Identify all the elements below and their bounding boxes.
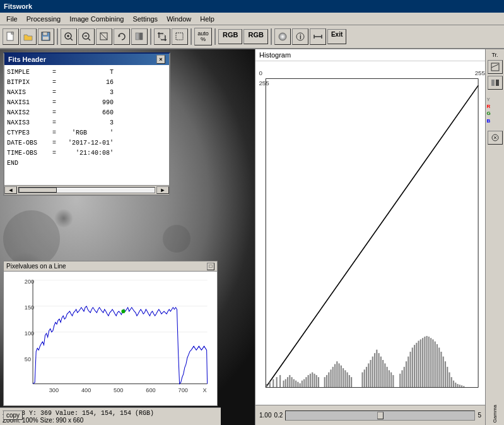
svg-rect-114	[406, 361, 407, 387]
histogram-controls: 1.00 0.2 5	[255, 405, 485, 425]
fits-row-naxis2: NAXIS2=660	[7, 108, 167, 118]
svg-rect-125	[428, 337, 430, 387]
svg-rect-89	[341, 366, 342, 388]
svg-text:600: 600	[146, 387, 155, 393]
right-tools-panel: Tr. Y R G B Gamma	[485, 49, 504, 425]
copy-button[interactable]: copy	[3, 410, 23, 420]
info-btn[interactable]: i	[292, 28, 308, 45]
pixel-maximize-btn[interactable]: □	[207, 263, 214, 270]
svg-rect-107	[387, 367, 388, 388]
svg-rect-101	[374, 353, 375, 387]
svg-rect-92	[347, 373, 348, 388]
menu-settings[interactable]: Settings	[129, 15, 161, 23]
svg-rect-139	[457, 384, 458, 387]
flip-btn[interactable]	[131, 28, 148, 45]
h-scrollbar-thumb[interactable]	[19, 188, 57, 193]
svg-rect-135	[448, 373, 450, 388]
svg-rect-81	[324, 377, 325, 387]
svg-line-13	[100, 33, 107, 40]
svg-rect-123	[424, 337, 425, 387]
svg-rect-21	[160, 35, 165, 39]
crop-btn[interactable]	[154, 28, 170, 45]
rgb-y-label: Y	[487, 96, 490, 103]
svg-point-56	[121, 309, 125, 313]
rotate-btn[interactable]	[114, 28, 130, 45]
histogram-bars	[266, 336, 464, 387]
fits-header-label: Fits Header	[8, 56, 46, 63]
svg-rect-136	[451, 377, 452, 387]
gamma-slider[interactable]	[285, 410, 475, 421]
svg-rect-87	[336, 361, 337, 387]
measure-btn[interactable]	[310, 28, 326, 45]
svg-rect-138	[455, 383, 456, 388]
rgb-btn-2[interactable]: RGB	[243, 29, 267, 44]
svg-line-10	[88, 39, 90, 40]
menu-bar: File Processing Image Combining Settings…	[0, 13, 504, 25]
svg-rect-1	[11, 32, 13, 34]
svg-rect-110	[392, 375, 394, 388]
menu-processing[interactable]: Processing	[23, 15, 64, 23]
tool-btn-1[interactable]	[488, 60, 503, 74]
fits-close-button[interactable]: ×	[156, 55, 165, 64]
svg-rect-111	[399, 374, 401, 388]
exit-btn[interactable]: Exit	[327, 29, 346, 44]
svg-rect-82	[326, 375, 327, 388]
svg-rect-113	[404, 367, 405, 388]
svg-point-23	[279, 33, 286, 40]
separator-4	[214, 28, 216, 45]
scroll-right-btn[interactable]: ►	[156, 186, 169, 194]
auto-stretch-btn[interactable]: auto %	[194, 28, 212, 45]
svg-rect-67	[291, 377, 293, 387]
svg-rect-150	[496, 80, 499, 86]
select-btn[interactable]	[172, 28, 188, 45]
fits-scrollbar[interactable]: ◄ ►	[4, 185, 169, 195]
svg-rect-131	[440, 352, 442, 388]
svg-rect-96	[364, 369, 365, 387]
tool-btn-2[interactable]	[488, 76, 503, 90]
svg-rect-63	[283, 381, 284, 388]
svg-rect-77	[312, 373, 313, 388]
svg-rect-22	[176, 33, 183, 40]
scroll-left-btn[interactable]: ◄	[4, 186, 17, 194]
new-file-btn[interactable]	[3, 28, 19, 45]
svg-text:50: 50	[25, 356, 31, 362]
menu-help[interactable]: Help	[196, 15, 218, 23]
svg-point-35	[163, 225, 190, 253]
svg-rect-122	[422, 338, 423, 387]
svg-rect-100	[372, 357, 373, 388]
menu-window[interactable]: Window	[163, 15, 195, 23]
status-bar: X: 553 Y: 369 Value: 154, 154, 154 (RGB)…	[0, 407, 221, 425]
svg-rect-119	[416, 343, 417, 388]
rgb-btn-1[interactable]: RGB	[218, 29, 242, 44]
h-scrollbar-track	[18, 187, 155, 193]
histogram-title: Histogram	[255, 49, 485, 61]
color-picker-btn[interactable]	[274, 28, 291, 45]
svg-rect-112	[401, 370, 402, 387]
svg-rect-68	[293, 379, 295, 387]
image-area[interactable]: Fits Header × SIMPLE=T BITPIX=16 NAXIS=3…	[0, 49, 255, 425]
tool-btn-3[interactable]	[488, 131, 503, 145]
fits-content[interactable]: SIMPLE=T BITPIX=16 NAXIS=3 NAXIS1=990 NA…	[4, 65, 169, 185]
svg-rect-3	[43, 32, 47, 35]
fit-btn[interactable]	[96, 28, 112, 45]
svg-rect-116	[409, 352, 411, 388]
zoom-out-btn[interactable]	[78, 28, 95, 45]
svg-rect-71	[300, 383, 301, 388]
svg-point-31	[3, 210, 60, 267]
svg-rect-124	[426, 336, 428, 387]
pixel-chart-area: 200 150 100 50	[4, 272, 217, 405]
svg-text:400: 400	[81, 387, 91, 393]
rgb-g-label: G	[487, 110, 491, 117]
toolbar: auto % RGB RGB i Exit	[0, 25, 504, 49]
svg-rect-130	[438, 347, 440, 387]
menu-file[interactable]: File	[3, 15, 21, 23]
open-file-btn[interactable]	[20, 28, 37, 45]
save-btn[interactable]	[38, 28, 54, 45]
zoom-in-btn[interactable]	[61, 28, 77, 45]
hist-min-val: 1.00	[259, 412, 271, 419]
hist-label-255-right: 255	[475, 69, 485, 76]
menu-image-combining[interactable]: Image Combining	[66, 15, 127, 23]
pixel-panel-label: Pixelvalues on a Line	[6, 263, 66, 270]
svg-rect-106	[384, 363, 385, 387]
svg-rect-117	[412, 347, 413, 387]
